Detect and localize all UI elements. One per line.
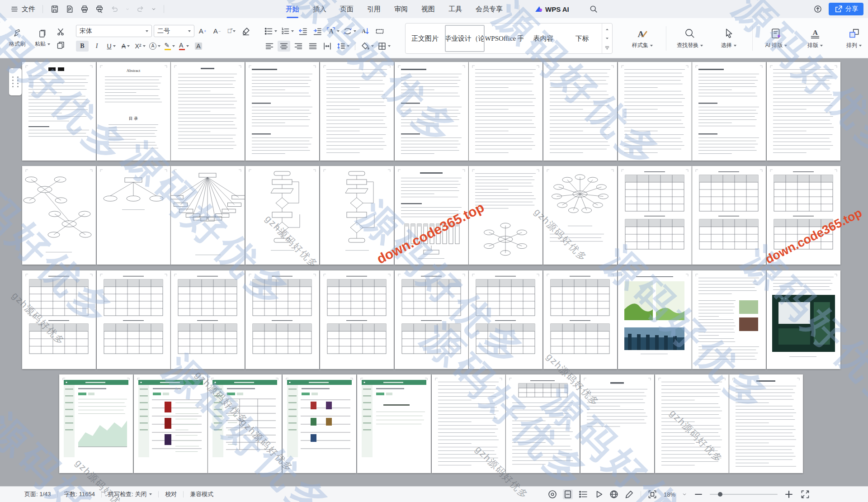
style-item[interactable]: WPSOffice 手 xyxy=(486,25,524,52)
page-thumbnail-37[interactable] xyxy=(283,374,356,473)
page-thumbnail-25[interactable] xyxy=(171,270,245,369)
drag-handle[interactable] xyxy=(9,68,22,95)
font-family-select[interactable]: 宋体 xyxy=(76,25,152,37)
clear-format-button[interactable] xyxy=(240,26,252,37)
status-0[interactable]: 页面: 1/43 xyxy=(18,490,57,498)
pinyin-guide-button[interactable]: 文̌ xyxy=(225,26,238,37)
page-thumbnail-34[interactable] xyxy=(59,374,133,473)
tab-工具[interactable]: 工具 xyxy=(448,0,462,18)
paste-button[interactable]: 粘贴 xyxy=(30,22,55,55)
bullets-button[interactable] xyxy=(263,26,278,37)
tab-marks-button[interactable] xyxy=(373,26,386,37)
page-thumbnail-5[interactable] xyxy=(320,62,394,161)
page-thumbnail-27[interactable] xyxy=(320,270,394,369)
gallery-more-icon[interactable] xyxy=(604,45,610,50)
tab-审阅[interactable]: 审阅 xyxy=(394,0,408,18)
page-thumbnail-38[interactable] xyxy=(357,374,431,473)
distribute-button[interactable] xyxy=(321,41,334,52)
font-color-button[interactable]: A xyxy=(178,41,190,52)
page-thumbnail-6[interactable] xyxy=(395,62,468,161)
page-thumbnail-15[interactable] xyxy=(245,166,319,265)
tab-引用[interactable]: 引用 xyxy=(367,0,381,18)
page-thumbnail-24[interactable] xyxy=(97,270,170,369)
page-thumbnail-9[interactable] xyxy=(618,62,692,161)
char-border-button[interactable]: A xyxy=(148,41,161,52)
status-2[interactable]: 拼写检查: 关闭 xyxy=(102,490,158,498)
zoom-out-button[interactable] xyxy=(693,489,703,499)
page-thumbnail-33[interactable] xyxy=(767,270,840,369)
superscript-button[interactable]: X² xyxy=(134,41,146,52)
zoom-slider[interactable] xyxy=(710,494,778,495)
font-decrease-button[interactable]: A− xyxy=(211,26,223,37)
char-shading-button[interactable]: A xyxy=(192,41,205,52)
page-thumbnail-21[interactable] xyxy=(692,166,766,265)
page-thumbnail-12[interactable] xyxy=(22,166,96,265)
share-button[interactable]: 分享 xyxy=(829,3,863,15)
undo-icon[interactable] xyxy=(110,5,119,14)
print-preview-icon[interactable] xyxy=(95,5,104,14)
gallery-down-icon[interactable] xyxy=(604,36,610,41)
style-item[interactable]: 正文图片 xyxy=(406,25,444,52)
page-thumbnail-3[interactable] xyxy=(171,62,245,161)
page-thumbnail-13[interactable] xyxy=(97,166,170,265)
italic-button[interactable]: I xyxy=(90,41,103,52)
line-spacing-button[interactable] xyxy=(335,41,350,52)
tab-插入[interactable]: 插入 xyxy=(313,0,326,18)
format-painter-button[interactable]: 格式刷 xyxy=(5,22,30,55)
undo-caret-icon[interactable] xyxy=(125,5,130,14)
gallery-up-icon[interactable] xyxy=(604,27,610,32)
page-thumbnail-4[interactable] xyxy=(245,62,319,161)
style-item[interactable]: 下标 xyxy=(563,25,601,52)
align-left-button[interactable] xyxy=(263,41,276,52)
numbering-button[interactable] xyxy=(280,26,295,37)
wps-ai-tab[interactable]: WPS AI xyxy=(536,5,569,13)
page-thumbnail-32[interactable] xyxy=(692,270,766,369)
zoom-in-button[interactable] xyxy=(784,489,794,499)
page-thumbnail-18[interactable] xyxy=(469,166,542,265)
page-thumbnail-39[interactable] xyxy=(432,374,505,473)
file-menu-button[interactable]: 文件 xyxy=(10,5,35,14)
status-3[interactable]: 校对 xyxy=(159,490,183,498)
zoom-dropdown-icon[interactable] xyxy=(682,490,687,499)
page-thumbnail-29[interactable] xyxy=(469,270,542,369)
page-thumbnail-8[interactable] xyxy=(543,62,617,161)
document-canvas[interactable]: Abstract目 录 xyxy=(0,58,868,487)
highlight-button[interactable]: ✎ xyxy=(163,41,176,52)
toolbar-more-icon[interactable] xyxy=(151,5,156,14)
cut-icon[interactable] xyxy=(56,27,65,36)
page-thumbnail-17[interactable] xyxy=(395,166,468,265)
eye-protect-icon[interactable] xyxy=(547,489,557,499)
tool-layout-button[interactable]: A排版 xyxy=(799,22,831,55)
tool-find-replace-button[interactable]: 查找替换 xyxy=(674,22,706,55)
justify-button[interactable] xyxy=(307,41,319,52)
save-icon[interactable] xyxy=(50,5,59,14)
page-thumbnail-19[interactable] xyxy=(543,166,617,265)
print-icon[interactable] xyxy=(80,5,89,14)
font-increase-button[interactable]: A+ xyxy=(196,26,209,37)
fullscreen-icon[interactable] xyxy=(800,489,810,499)
tool-select-cursor-button[interactable]: 选择 xyxy=(712,22,745,55)
page-thumbnail-31[interactable] xyxy=(618,270,692,369)
page-thumbnail-7[interactable] xyxy=(469,62,542,161)
page-thumbnail-22[interactable] xyxy=(767,166,840,265)
tool-style-set-button[interactable]: A样式集 xyxy=(626,22,659,55)
tab-会员专享[interactable]: 会员专享 xyxy=(476,0,503,18)
shading-button[interactable] xyxy=(360,41,375,52)
fit-page-icon[interactable] xyxy=(647,489,657,499)
increase-indent-button[interactable] xyxy=(311,26,324,37)
zoom-value[interactable]: 18% xyxy=(664,491,675,498)
outline-view-icon[interactable] xyxy=(578,489,588,499)
search-icon[interactable] xyxy=(589,5,598,14)
sync-upload-icon[interactable] xyxy=(813,5,822,14)
page-thumbnail-42[interactable] xyxy=(655,374,729,473)
page-thumbnail-36[interactable] xyxy=(208,374,282,473)
tab-页面[interactable]: 页面 xyxy=(340,0,354,18)
font-size-select[interactable]: 二号 xyxy=(154,25,194,37)
ink-icon[interactable] xyxy=(624,489,634,499)
page-thumbnail-10[interactable] xyxy=(692,62,766,161)
read-play-icon[interactable] xyxy=(594,489,604,499)
page-thumbnail-14[interactable] xyxy=(171,166,245,265)
strikethrough-button[interactable]: A xyxy=(119,41,132,52)
status-4[interactable]: 兼容模式 xyxy=(184,490,220,498)
page-thumbnail-26[interactable] xyxy=(245,270,319,369)
